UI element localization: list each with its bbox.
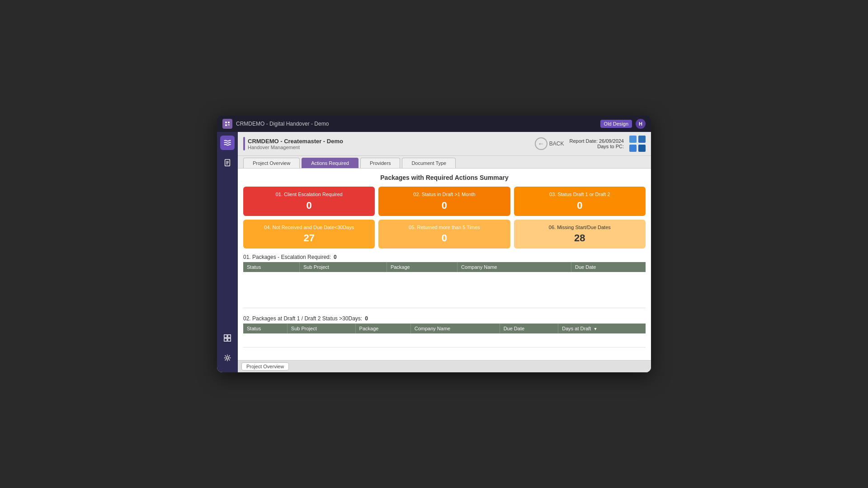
table2-col-package: Package (355, 324, 410, 333)
table1-header: 01. Packages - Escalation Required: 0 (243, 254, 646, 260)
tab-document-type[interactable]: Document Type (402, 158, 456, 168)
top-bar-left: CRMDEMO - Digital Handover - Demo (222, 119, 329, 129)
summary-card-05[interactable]: 05. Returned more than 5 Times 0 (378, 220, 510, 249)
content-header: CRMDEMO - Createmaster - Demo Handover M… (238, 132, 651, 156)
svg-point-2 (225, 124, 227, 126)
table1-col-status: Status (243, 262, 300, 272)
summary-title: Packages with Required Actions Summary (243, 174, 646, 181)
svg-rect-12 (629, 136, 637, 143)
back-circle-icon: ← (535, 137, 547, 150)
table1-section: 01. Packages - Escalation Required: 0 St… (243, 254, 646, 309)
tab-project-overview[interactable]: Project Overview (243, 158, 300, 168)
table1-col-subproject: Sub Project (300, 262, 387, 272)
summary-card-03[interactable]: 03. Status Draft 1 or Draft 2 0 (514, 187, 646, 216)
table2-col-days: Days at Draft ▼ (558, 324, 646, 333)
card-03-label: 03. Status Draft 1 or Draft 2 (519, 191, 640, 197)
old-design-button[interactable]: Old Design (600, 120, 632, 128)
header-accent (243, 137, 245, 150)
table2-header: 02. Packages at Draft 1 / Draft 2 Status… (243, 315, 646, 322)
sort-indicator-icon: ▼ (593, 327, 597, 331)
table2-count: 0 (365, 315, 368, 322)
card-02-value: 0 (384, 200, 505, 211)
user-avatar: H (636, 119, 646, 129)
svg-rect-10 (228, 338, 231, 341)
summary-card-06[interactable]: 06. Missing Start/Due Dates 28 (514, 220, 646, 249)
summary-card-01[interactable]: 01. Client Escalation Required 0 (243, 187, 375, 216)
svg-rect-8 (228, 335, 231, 338)
summary-card-02[interactable]: 02. Status in Draft >1 Month 0 (378, 187, 510, 216)
card-06-value: 28 (519, 232, 640, 244)
svg-rect-9 (224, 338, 227, 341)
svg-point-0 (225, 122, 227, 123)
svg-point-11 (226, 357, 228, 359)
main-content: Packages with Required Actions Summary 0… (238, 169, 651, 360)
summary-card-04[interactable]: 04. Not Received and Due Date<30Days 27 (243, 220, 375, 249)
content-area: CRMDEMO - Createmaster - Demo Handover M… (238, 132, 651, 372)
table1-col-duedate: Due Date (571, 262, 646, 272)
table1-col-company: Company Name (458, 262, 571, 272)
svg-point-1 (228, 122, 230, 123)
sidebar-bottom (220, 331, 235, 369)
svg-rect-14 (629, 145, 637, 152)
taskbar-project-overview[interactable]: Project Overview (241, 362, 289, 371)
svg-rect-7 (224, 335, 227, 338)
back-button[interactable]: ← BACK (535, 137, 564, 150)
tabs-bar: Project Overview Actions Required Provid… (238, 156, 651, 169)
header-text: CRMDEMO - Createmaster - Demo Handover M… (248, 138, 343, 150)
card-04-label: 04. Not Received and Due Date<30Days (249, 224, 369, 230)
tab-actions-required[interactable]: Actions Required (302, 158, 359, 168)
card-05-value: 0 (384, 232, 505, 244)
table1-count: 0 (334, 254, 337, 260)
table2-col-subproject: Sub Project (287, 324, 355, 333)
sidebar (217, 132, 238, 372)
table1-empty-cell (243, 272, 646, 308)
days-to-pc: Days to PC: (570, 144, 624, 149)
main-layout: CRMDEMO - Createmaster - Demo Handover M… (217, 132, 651, 372)
card-06-label: 06. Missing Start/Due Dates (519, 224, 640, 230)
table2-col-status: Status (243, 324, 287, 333)
table1-header-label: 01. Packages - Escalation Required: (243, 254, 331, 260)
card-02-label: 02. Status in Draft >1 Month (384, 191, 505, 197)
table2-header-row: Status Sub Project Package Company Name … (243, 324, 646, 333)
card-01-label: 01. Client Escalation Required (249, 191, 369, 197)
content-header-left: CRMDEMO - Createmaster - Demo Handover M… (243, 137, 343, 150)
table2-col-company: Company Name (410, 324, 500, 333)
table1-col-package: Package (387, 262, 457, 272)
app-title: CRMDEMO - Digital Handover - Demo (236, 121, 329, 127)
content-title: CRMDEMO - Createmaster - Demo (248, 138, 343, 145)
sidebar-icon-waves[interactable] (220, 136, 235, 150)
top-bar-right: Old Design H (600, 119, 646, 129)
summary-grid: 01. Client Escalation Required 0 02. Sta… (243, 187, 646, 249)
table1: Status Sub Project Package Company Name … (243, 262, 646, 309)
app-icon (222, 119, 232, 129)
top-bar: CRMDEMO - Digital Handover - Demo Old De… (217, 116, 651, 132)
card-05-label: 05. Returned more than 5 Times (384, 224, 505, 230)
content-subtitle: Handover Management (248, 145, 343, 150)
report-date: Report Date: 26/09/2024 (570, 138, 624, 144)
tab-providers[interactable]: Providers (360, 158, 400, 168)
table2-col-duedate: Due Date (500, 324, 558, 333)
table1-header-row: Status Sub Project Package Company Name … (243, 262, 646, 272)
card-04-value: 27 (249, 232, 369, 244)
sidebar-icon-settings[interactable] (220, 351, 235, 365)
content-header-right: ← BACK Report Date: 26/09/2024 Days to P… (535, 136, 646, 152)
svg-rect-13 (638, 136, 646, 143)
card-03-value: 0 (519, 200, 640, 211)
svg-rect-15 (638, 145, 646, 152)
sidebar-icon-document[interactable] (220, 155, 235, 170)
screen-wrapper: CRMDEMO - Digital Handover - Demo Old De… (217, 116, 651, 372)
table2: Status Sub Project Package Company Name … (243, 324, 646, 347)
report-info: Report Date: 26/09/2024 Days to PC: (570, 138, 624, 149)
table2-header-label: 02. Packages at Draft 1 / Draft 2 Status… (243, 315, 362, 322)
sidebar-icon-grid[interactable] (220, 331, 235, 345)
card-01-value: 0 (249, 200, 369, 211)
back-label: BACK (549, 141, 564, 147)
table2-empty-row (243, 333, 646, 347)
logo-icon (629, 136, 646, 152)
table2-empty-cell (243, 333, 646, 347)
bottom-bar: Project Overview (238, 360, 651, 372)
table1-empty-row (243, 272, 646, 308)
table2-section: 02. Packages at Draft 1 / Draft 2 Status… (243, 315, 646, 347)
